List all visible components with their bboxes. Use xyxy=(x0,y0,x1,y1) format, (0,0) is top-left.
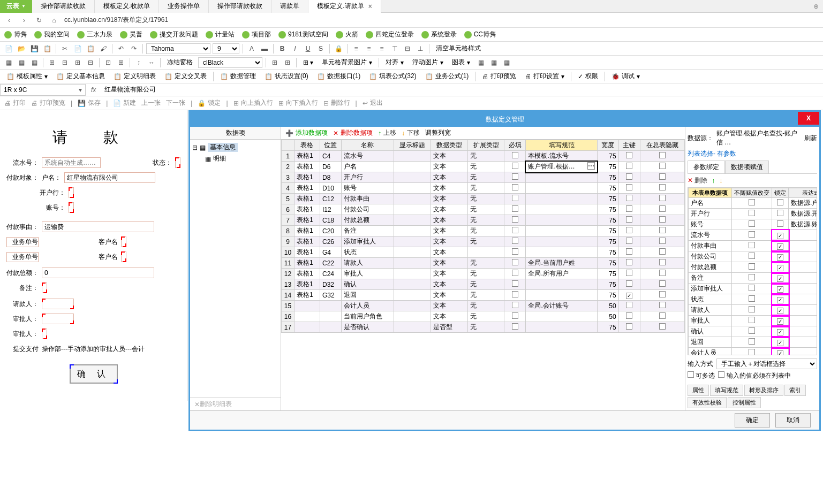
table-row[interactable]: 请款人 xyxy=(689,305,818,316)
up-btn[interactable]: ↑ 上移 xyxy=(378,128,396,138)
tab-val[interactable]: 数据项赋值 xyxy=(725,161,769,173)
tree-footer[interactable]: ✕ 删除明细表 xyxy=(190,398,281,410)
cell-bg-btn[interactable]: 单元格背景图片 ▾ xyxy=(319,57,375,68)
redo-icon[interactable]: ↷ xyxy=(129,43,139,54)
align-btn[interactable]: 对齐 ▾ xyxy=(382,57,407,68)
table-row[interactable]: 8表格1C20备注文本无75 xyxy=(282,226,685,236)
table-row[interactable]: 14表格1G32退回文本无75 xyxy=(282,290,685,301)
checkbox[interactable] xyxy=(626,280,632,287)
perm-btn[interactable]: ✓ 权限 xyxy=(575,71,601,82)
print-btn[interactable]: 🖨 打印 xyxy=(4,98,26,108)
saveas-icon[interactable]: 📋 xyxy=(42,43,52,54)
undo-icon[interactable]: ↶ xyxy=(116,43,126,54)
debug-btn[interactable]: 🐞 调试 ▾ xyxy=(608,71,643,82)
total-input[interactable] xyxy=(42,268,154,278)
grid-header[interactable]: 宽度 xyxy=(597,140,618,151)
open-icon[interactable]: 📂 xyxy=(16,43,27,54)
down-btn[interactable]: ↓ 下移 xyxy=(402,128,420,138)
detail-tbl-btn[interactable]: 📋 定义明细表 xyxy=(110,71,159,82)
close-icon[interactable]: X xyxy=(798,112,819,125)
table-row[interactable]: 付款公司 xyxy=(689,251,818,262)
table-row[interactable]: 付款事由 xyxy=(689,241,818,251)
table-row[interactable]: 1表格1C4流水号文本无本模板.流水号75 xyxy=(282,151,685,162)
checkbox[interactable] xyxy=(512,227,518,233)
cancel-button[interactable]: 取消 xyxy=(775,413,811,427)
ins-up-btn[interactable]: ⊞ 向上插入行 xyxy=(233,98,273,108)
add-data-btn[interactable]: ➕ 添加数据项 xyxy=(285,128,328,138)
checkbox[interactable] xyxy=(659,270,666,276)
unmerge-icon[interactable]: ⊞ xyxy=(116,57,126,68)
underline-icon[interactable]: U xyxy=(303,43,313,54)
bookmark-item[interactable]: 昊普 xyxy=(120,30,142,39)
grid-header[interactable]: 扩展类型 xyxy=(467,140,504,151)
table-row[interactable]: 4表格1D10账号文本无75 xyxy=(282,183,685,194)
preview-btn[interactable]: 🖨 打印预览 xyxy=(31,98,65,108)
cross-tbl-btn[interactable]: 📋 定义交叉表 xyxy=(161,71,210,82)
align-center-icon[interactable]: ≡ xyxy=(364,43,374,54)
del-data-btn[interactable]: ✕ 删除数据项 xyxy=(333,128,373,138)
fill-formula-btn[interactable]: 📋 填表公式(32) xyxy=(366,71,419,82)
remark-input[interactable] xyxy=(42,282,47,293)
checkbox[interactable] xyxy=(626,259,632,265)
grid-header[interactable]: 主键 xyxy=(618,140,640,151)
fill-icon[interactable]: ▬ xyxy=(259,43,270,54)
checkbox[interactable] xyxy=(777,265,783,271)
checkbox[interactable] xyxy=(512,216,518,223)
table-row[interactable]: 2表格1D6户名文本无账户管理.根据…⋯75 xyxy=(282,162,685,172)
grid3-icon[interactable]: ▦ xyxy=(29,57,40,68)
tab-item[interactable]: 业务操作单 xyxy=(159,0,209,13)
table-row[interactable]: 17是否确认是否型无75 xyxy=(282,322,685,333)
address-text[interactable]: cc.iyunbiao.cn/9187/表单定义/17961 xyxy=(64,16,168,25)
cell-ref-box[interactable]: 1R x 9C▾ xyxy=(0,84,86,96)
checkbox[interactable] xyxy=(626,270,632,276)
checkbox[interactable] xyxy=(659,152,666,158)
list-sel-link[interactable]: 列表选择- 有参数 xyxy=(688,149,736,158)
checkbox[interactable] xyxy=(777,308,783,314)
base-info-btn[interactable]: 📋 定义基本信息 xyxy=(53,71,108,82)
reason-input[interactable] xyxy=(42,222,154,232)
collapse-icon[interactable]: ⊟ xyxy=(192,144,198,151)
checkbox[interactable] xyxy=(749,274,755,280)
checkbox[interactable] xyxy=(777,220,783,227)
checkbox[interactable] xyxy=(626,248,632,255)
italic-icon[interactable]: I xyxy=(290,43,300,54)
table-row[interactable]: 审批人 xyxy=(689,316,818,326)
checkbox[interactable] xyxy=(512,323,518,330)
tpl-prop-btn[interactable]: 📋 模板属性 ▾ xyxy=(3,71,51,82)
table-row[interactable]: 添加审批人 xyxy=(689,284,818,294)
cust1-input[interactable] xyxy=(121,236,126,247)
tab-close-icon[interactable]: × xyxy=(368,3,372,10)
right-bottom-tab[interactable]: 属性 xyxy=(688,385,709,396)
checkbox[interactable] xyxy=(626,293,632,299)
checkbox[interactable] xyxy=(749,231,755,238)
checkbox[interactable] xyxy=(659,259,666,265)
requester-input[interactable] xyxy=(42,299,74,309)
bookmark-item[interactable]: 计量站 xyxy=(206,30,235,39)
back-icon[interactable]: ‹ xyxy=(4,16,14,25)
right-bottom-tab[interactable]: 控制属性 xyxy=(728,397,761,408)
save-btn[interactable]: 💾 保存 xyxy=(78,98,101,108)
checkbox[interactable] xyxy=(626,163,632,169)
checkbox[interactable] xyxy=(659,323,666,330)
checkbox[interactable] xyxy=(626,195,632,201)
multi-check[interactable]: 可多选 xyxy=(688,371,715,380)
bookmark-item[interactable]: 9181测试空间 xyxy=(278,30,328,39)
bookmark-item[interactable]: 四蛇定位登录 xyxy=(366,30,414,39)
approver2-input[interactable] xyxy=(42,329,47,339)
rp-del-btn[interactable]: ✕ 删除 xyxy=(688,176,707,185)
checkbox[interactable] xyxy=(749,242,755,248)
serial-input[interactable] xyxy=(42,157,101,168)
font-name-select[interactable]: Tahoma xyxy=(146,43,210,54)
confirm-button[interactable]: 确 认 xyxy=(70,364,118,384)
table-row[interactable]: 状态 xyxy=(689,294,818,305)
table-row[interactable]: 9表格1C26添加审批人文本无75 xyxy=(282,236,685,247)
bookmark-item[interactable]: 三水力泉 xyxy=(77,30,112,39)
approver-input[interactable] xyxy=(42,314,74,324)
checkbox[interactable] xyxy=(749,263,755,270)
checkbox[interactable] xyxy=(659,280,666,287)
exit-btn[interactable]: ↩ 退出 xyxy=(363,98,383,108)
bookmark-item[interactable]: 项目部 xyxy=(242,30,271,39)
paste-icon[interactable]: 📋 xyxy=(85,43,96,54)
biz-formula-btn[interactable]: 📋 业务公式(1) xyxy=(422,71,472,82)
ok-button[interactable]: 确定 xyxy=(735,413,770,427)
